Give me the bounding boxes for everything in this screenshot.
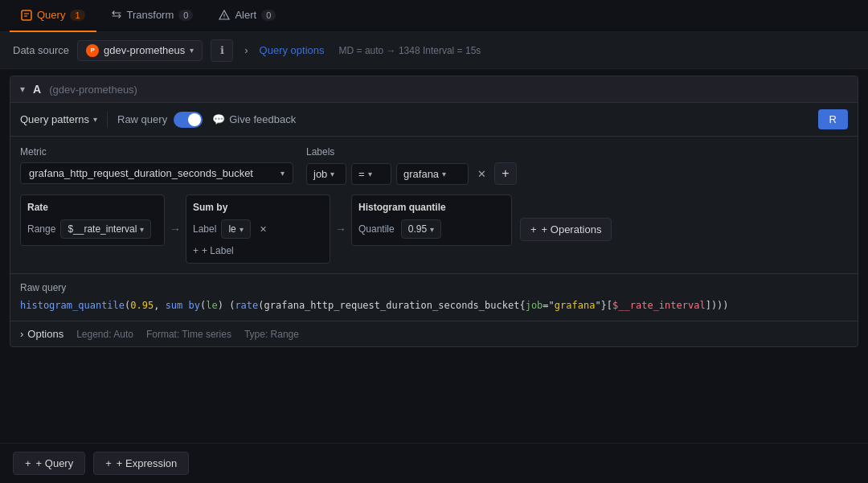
- options-legend: Legend: Auto: [76, 329, 133, 340]
- rate-title: Rate: [27, 202, 158, 213]
- histogram-operation-card: Histogram quantile Quantile 0.95 ▾: [351, 194, 512, 246]
- tab-alert-label: Alert: [235, 9, 256, 21]
- add-expression-label: + Expression: [117, 457, 178, 469]
- add-operations-label: + Operations: [542, 223, 602, 235]
- options-type: Type: Range: [244, 329, 299, 340]
- metric-section: Metric grafana_http_request_duration_sec…: [20, 146, 293, 184]
- label-key-select[interactable]: job ▾: [306, 163, 346, 185]
- query-options-link[interactable]: Query options: [260, 44, 325, 56]
- raw-query-toggle-group: Raw query: [117, 112, 203, 128]
- metric-labels-row: Metric grafana_http_request_duration_sec…: [10, 137, 858, 194]
- tab-transform[interactable]: Transform 0: [100, 0, 205, 32]
- prometheus-icon: P: [86, 44, 99, 57]
- tab-query-label: Query: [37, 9, 65, 21]
- datasource-info-button[interactable]: ℹ: [211, 39, 233, 62]
- add-label-label: + Label: [202, 245, 234, 256]
- add-label-plus-icon: +: [193, 245, 199, 256]
- collapse-button[interactable]: ▾: [20, 84, 25, 95]
- toggle-knob: [188, 113, 201, 126]
- label-value-value: grafana: [403, 168, 439, 180]
- options-chevron-icon: ›: [20, 328, 23, 340]
- raw-query-section: Raw query histogram_quantile(0.95, sum b…: [10, 273, 858, 321]
- query-patterns-button[interactable]: Query patterns ▾: [20, 110, 97, 129]
- add-operations-plus-icon: +: [530, 223, 537, 235]
- bottom-toolbar: + + Query + + Expression: [0, 443, 868, 483]
- label-value-select[interactable]: grafana ▾: [396, 163, 469, 185]
- range-select[interactable]: $__rate_interval ▾: [60, 219, 151, 239]
- add-label-button[interactable]: + + Label: [193, 245, 234, 256]
- tab-alert[interactable]: Alert 0: [207, 0, 287, 32]
- transform-icon: [111, 10, 122, 21]
- give-feedback-label: Give feedback: [229, 113, 296, 125]
- range-chevron-icon: ▾: [140, 225, 144, 234]
- label-key-value: job: [313, 168, 327, 180]
- breadcrumb-arrow: ›: [244, 44, 248, 56]
- quantile-select[interactable]: 0.95 ▾: [401, 219, 441, 239]
- sum-by-operation-card: Sum by Label le ▾ ✕ + + Label: [186, 194, 330, 264]
- query-header: ▾ A (gdev-prometheus): [10, 76, 858, 103]
- add-expression-plus-icon: +: [105, 457, 112, 469]
- toolbar-separator: [107, 112, 108, 128]
- quantile-chevron-icon: ▾: [430, 225, 434, 234]
- query-icon: [21, 10, 32, 21]
- sum-by-title: Sum by: [193, 202, 323, 213]
- run-label: R: [829, 113, 837, 125]
- tab-transform-label: Transform: [127, 9, 174, 21]
- label-operator-chevron-icon: ▾: [368, 170, 372, 178]
- raw-query-title: Raw query: [20, 282, 848, 293]
- label-add-button[interactable]: +: [494, 162, 517, 185]
- raw-query-label: Raw query: [117, 113, 167, 125]
- info-icon: ℹ: [220, 44, 224, 56]
- datasource-meta: MD = auto → 1348 Interval = 15s: [339, 45, 481, 56]
- add-operations-button[interactable]: + + Operations: [520, 218, 612, 241]
- labels-row: job ▾ = ▾ grafana ▾ ✕ +: [306, 162, 517, 185]
- options-format: Format: Time series: [146, 329, 231, 340]
- sum-by-field: Label le ▾ ✕: [193, 219, 323, 239]
- arrow-connector-2: →: [330, 223, 351, 235]
- svg-point-4: [224, 17, 225, 18]
- tab-query-badge: 1: [70, 10, 84, 21]
- histogram-title: Histogram quantile: [358, 202, 505, 213]
- label-operator-select[interactable]: = ▾: [351, 163, 391, 185]
- sum-by-label-value: le: [228, 223, 235, 235]
- add-query-button[interactable]: + + Query: [13, 452, 85, 475]
- rate-operation-card: Rate Range $__rate_interval ▾: [20, 194, 165, 246]
- histogram-field: Quantile 0.95 ▾: [358, 219, 505, 239]
- datasource-select[interactable]: P gdev-prometheus ▾: [77, 40, 203, 61]
- datasource-label: Data source: [13, 44, 69, 56]
- metric-section-label: Metric: [20, 146, 293, 158]
- comment-icon: 💬: [212, 113, 225, 125]
- options-expand-button[interactable]: › Options: [20, 328, 63, 340]
- query-patterns-label: Query patterns: [20, 113, 89, 125]
- label-remove-button[interactable]: ✕: [473, 166, 489, 182]
- code-histogram-fn: histogram_quantile: [20, 300, 125, 311]
- range-label: Range: [27, 223, 55, 235]
- metric-chevron-icon: ▾: [280, 169, 285, 178]
- metric-select[interactable]: grafana_http_request_duration_seconds_bu…: [20, 162, 293, 184]
- metric-value: grafana_http_request_duration_seconds_bu…: [29, 167, 253, 179]
- query-toolbar: Query patterns ▾ Raw query 💬 Give feedba…: [10, 103, 858, 137]
- arrow-connector-1: →: [165, 223, 186, 235]
- give-feedback-button[interactable]: 💬 Give feedback: [212, 113, 296, 125]
- tab-query[interactable]: Query 1: [10, 0, 96, 32]
- quantile-value: 0.95: [408, 223, 427, 235]
- query-patterns-chevron-icon: ▾: [93, 115, 97, 124]
- operations-row: Rate Range $__rate_interval ▾ → Sum by L…: [10, 194, 858, 273]
- add-query-plus-icon: +: [25, 457, 31, 469]
- rate-field: Range $__rate_interval ▾: [27, 219, 158, 239]
- query-letter: A: [33, 83, 41, 96]
- label-operator-value: =: [358, 168, 365, 180]
- labels-section: Labels job ▾ = ▾ grafana ▾ ✕ +: [306, 146, 517, 185]
- sum-by-label-remove-button[interactable]: ✕: [256, 221, 272, 237]
- options-label: Options: [27, 328, 63, 340]
- raw-query-toggle[interactable]: [174, 112, 203, 128]
- add-expression-button[interactable]: + + Expression: [93, 452, 189, 475]
- sum-by-label-select[interactable]: le ▾: [221, 219, 250, 239]
- datasource-name: gdev-prometheus: [104, 44, 185, 56]
- run-button[interactable]: R: [818, 109, 848, 129]
- raw-query-code: histogram_quantile(0.95, sum by(le) (rat…: [20, 298, 848, 313]
- labels-section-label: Labels: [306, 146, 517, 158]
- svg-rect-0: [22, 10, 31, 20]
- datasource-chevron-icon: ▾: [190, 46, 194, 55]
- tab-alert-badge: 0: [261, 10, 276, 21]
